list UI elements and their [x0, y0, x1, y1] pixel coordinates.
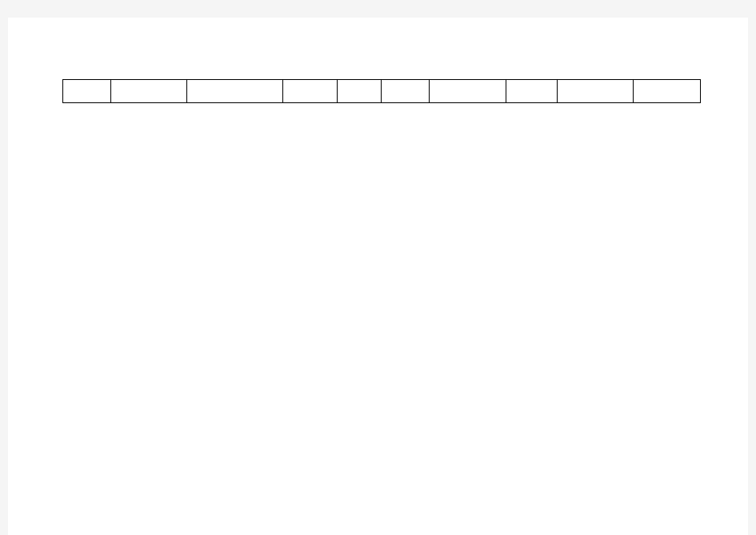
table-cell — [382, 80, 430, 103]
table-container — [62, 79, 701, 103]
table-cell — [187, 80, 283, 103]
data-table — [62, 79, 701, 103]
table-row — [63, 80, 701, 103]
table-cell — [110, 80, 187, 103]
table-cell — [557, 80, 634, 103]
table-cell — [282, 80, 337, 103]
table-cell — [506, 80, 557, 103]
table-cell — [634, 80, 701, 103]
table-cell — [430, 80, 506, 103]
table-cell — [63, 80, 111, 103]
document-page — [8, 18, 748, 535]
table-cell — [337, 80, 382, 103]
